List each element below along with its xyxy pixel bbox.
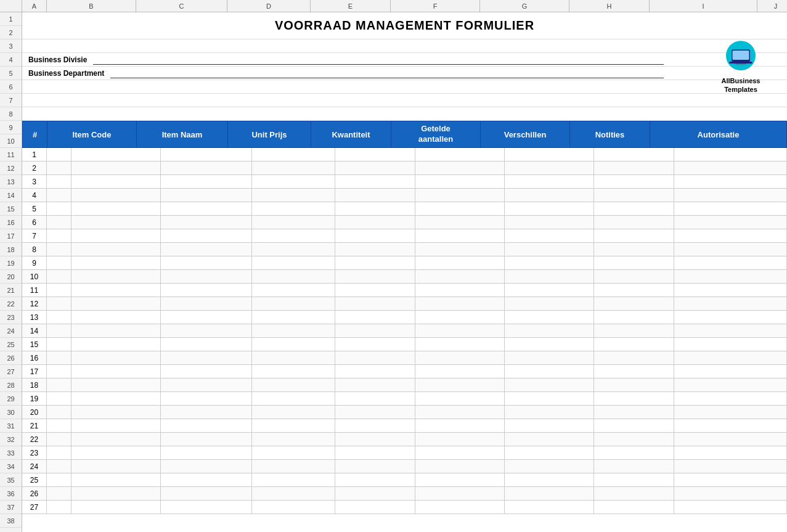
table-cell[interactable] — [594, 243, 674, 256]
table-row[interactable]: 27 — [22, 501, 787, 514]
table-cell[interactable] — [594, 338, 674, 351]
table-cell[interactable] — [252, 162, 335, 175]
table-cell[interactable] — [47, 324, 71, 338]
table-cell[interactable] — [505, 216, 594, 229]
table-cell-autorisatie[interactable] — [674, 501, 787, 514]
table-cell[interactable] — [335, 460, 415, 473]
table-cell[interactable] — [71, 175, 161, 189]
table-cell[interactable] — [335, 189, 415, 202]
table-cell-autorisatie[interactable] — [674, 324, 787, 338]
table-cell[interactable] — [71, 338, 161, 351]
table-cell[interactable] — [47, 379, 71, 392]
table-row[interactable]: 17 — [22, 365, 787, 379]
table-cell[interactable] — [71, 216, 161, 229]
table-cell[interactable] — [415, 392, 505, 406]
table-cell[interactable] — [594, 379, 674, 392]
table-cell[interactable] — [594, 365, 674, 379]
table-cell[interactable] — [335, 419, 415, 433]
table-cell[interactable] — [335, 243, 415, 256]
table-cell[interactable] — [594, 392, 674, 406]
table-cell[interactable] — [335, 256, 415, 270]
table-cell[interactable] — [47, 433, 71, 446]
table-cell-autorisatie[interactable] — [674, 419, 787, 433]
table-cell-autorisatie[interactable] — [674, 229, 787, 243]
table-cell[interactable] — [71, 487, 161, 501]
table-cell[interactable] — [415, 189, 505, 202]
table-cell[interactable] — [415, 243, 505, 256]
table-cell[interactable] — [505, 365, 594, 379]
table-cell[interactable] — [415, 229, 505, 243]
table-cell-autorisatie[interactable] — [674, 487, 787, 501]
table-row[interactable]: 9 — [22, 256, 787, 270]
table-cell[interactable] — [415, 351, 505, 365]
table-row[interactable]: 12 — [22, 297, 787, 311]
table-cell[interactable] — [71, 311, 161, 324]
table-cell[interactable] — [71, 501, 161, 514]
table-cell[interactable] — [415, 175, 505, 189]
table-cell[interactable] — [47, 311, 71, 324]
table-cell[interactable] — [505, 487, 594, 501]
table-cell[interactable] — [161, 419, 252, 433]
table-cell[interactable] — [252, 379, 335, 392]
table-cell[interactable] — [594, 501, 674, 514]
table-row[interactable]: 6 — [22, 216, 787, 229]
table-row[interactable]: 16 — [22, 351, 787, 365]
table-row[interactable]: 3 — [22, 175, 787, 189]
table-cell[interactable] — [594, 202, 674, 216]
table-cell[interactable] — [252, 501, 335, 514]
table-cell[interactable] — [252, 446, 335, 460]
table-cell[interactable] — [47, 473, 71, 487]
table-cell-autorisatie[interactable] — [674, 202, 787, 216]
table-cell[interactable] — [71, 284, 161, 297]
table-cell[interactable] — [594, 406, 674, 419]
table-cell[interactable] — [252, 175, 335, 189]
table-cell[interactable] — [505, 162, 594, 175]
table-cell[interactable] — [335, 379, 415, 392]
table-cell-autorisatie[interactable] — [674, 338, 787, 351]
table-cell[interactable] — [415, 501, 505, 514]
table-cell[interactable] — [335, 324, 415, 338]
table-row[interactable]: 15 — [22, 338, 787, 351]
table-cell[interactable] — [505, 311, 594, 324]
table-cell[interactable] — [161, 256, 252, 270]
table-cell[interactable] — [505, 243, 594, 256]
table-cell[interactable] — [252, 189, 335, 202]
table-cell[interactable] — [161, 148, 252, 162]
table-cell[interactable] — [505, 501, 594, 514]
table-row[interactable]: 5 — [22, 202, 787, 216]
table-cell[interactable] — [415, 473, 505, 487]
table-cell[interactable] — [594, 148, 674, 162]
table-row[interactable]: 21 — [22, 419, 787, 433]
table-cell[interactable] — [71, 473, 161, 487]
table-cell[interactable] — [594, 324, 674, 338]
table-cell[interactable] — [505, 175, 594, 189]
table-cell[interactable] — [594, 473, 674, 487]
table-cell[interactable] — [71, 419, 161, 433]
table-cell[interactable] — [252, 324, 335, 338]
table-cell-autorisatie[interactable] — [674, 473, 787, 487]
table-cell[interactable] — [252, 148, 335, 162]
table-cell[interactable] — [415, 324, 505, 338]
table-cell[interactable] — [161, 216, 252, 229]
table-cell[interactable] — [505, 270, 594, 284]
table-cell-autorisatie[interactable] — [674, 379, 787, 392]
table-cell[interactable] — [47, 446, 71, 460]
table-row[interactable]: 8 — [22, 243, 787, 256]
table-cell[interactable] — [594, 189, 674, 202]
table-cell[interactable] — [71, 229, 161, 243]
table-cell[interactable] — [71, 162, 161, 175]
table-cell[interactable] — [505, 338, 594, 351]
table-cell[interactable] — [161, 379, 252, 392]
table-cell[interactable] — [335, 284, 415, 297]
table-cell[interactable] — [252, 270, 335, 284]
table-cell-autorisatie[interactable] — [674, 148, 787, 162]
table-cell[interactable] — [335, 501, 415, 514]
table-row[interactable]: 4 — [22, 189, 787, 202]
table-cell[interactable] — [252, 202, 335, 216]
table-cell[interactable] — [71, 433, 161, 446]
table-cell[interactable] — [161, 270, 252, 284]
table-cell-autorisatie[interactable] — [674, 433, 787, 446]
table-row[interactable]: 14 — [22, 324, 787, 338]
table-row[interactable]: 24 — [22, 460, 787, 473]
table-cell[interactable] — [47, 189, 71, 202]
